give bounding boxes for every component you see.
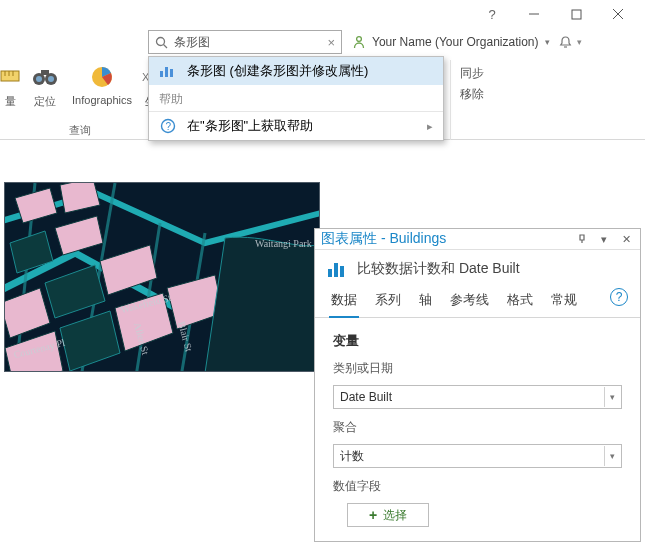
help-button[interactable]: ? [473, 2, 511, 26]
svg-rect-21 [170, 69, 173, 77]
panel-subtitle-text: 比较数据计数和 Date Built [357, 260, 520, 278]
svg-rect-37 [334, 263, 338, 277]
svg-point-14 [36, 76, 42, 82]
ribbon-locate-button[interactable]: 定位 [26, 60, 64, 109]
map-view[interactable]: Waitangi Park Wakefield St Courtenay Pl … [4, 182, 320, 372]
svg-rect-19 [160, 71, 163, 77]
tab-series[interactable]: 系列 [373, 286, 403, 317]
tab-axis[interactable]: 轴 [417, 286, 434, 317]
bar-chart-icon [327, 260, 349, 278]
user-menu[interactable]: Your Name (Your Organization) ▾ [352, 35, 550, 49]
svg-text:?: ? [166, 121, 172, 132]
panel-title: 图表属性 - Buildings [321, 230, 568, 248]
command-search-input[interactable]: 条形图 × [148, 30, 342, 54]
help-icon: ? [488, 7, 495, 22]
help-icon: ? [159, 118, 177, 134]
add-field-button[interactable]: + 选择 [347, 503, 429, 527]
panel-subtitle: 比较数据计数和 Date Built [315, 250, 640, 286]
tab-format[interactable]: 格式 [505, 286, 535, 317]
panel-help-button[interactable]: ? [610, 288, 628, 306]
window-titlebar: ? [0, 0, 645, 28]
pie-chart-icon [87, 62, 117, 92]
ribbon-label: 定位 [34, 94, 56, 109]
svg-point-6 [357, 37, 362, 42]
svg-point-15 [48, 76, 54, 82]
svg-rect-36 [328, 269, 332, 277]
tab-general[interactable]: 常规 [549, 286, 579, 317]
aggregate-value: 计数 [340, 448, 364, 465]
svg-rect-38 [340, 266, 344, 277]
bar-chart-icon [159, 63, 177, 79]
minimize-button[interactable] [515, 2, 553, 26]
ruler-icon [0, 62, 25, 92]
autohide-button[interactable] [574, 231, 590, 247]
search-row: 条形图 × Your Name (Your Organization) ▾ ▾ [0, 28, 645, 56]
category-field[interactable]: Date Built ▾ [333, 385, 622, 409]
remove-button[interactable]: 移除 [456, 85, 488, 104]
category-value: Date Built [340, 390, 392, 404]
panel-titlebar: 图表属性 - Buildings ▾ ✕ [315, 229, 640, 250]
tab-reflines[interactable]: 参考线 [448, 286, 491, 317]
chevron-down-icon: ▾ [604, 446, 620, 466]
ribbon-infographics-button[interactable]: Infographics [70, 60, 134, 106]
close-panel-button[interactable]: ✕ [618, 231, 634, 247]
search-icon [155, 36, 168, 49]
aggregate-label: 聚合 [333, 419, 622, 436]
maximize-button[interactable] [557, 2, 595, 26]
dock-button[interactable]: ▾ [596, 231, 612, 247]
aggregate-field[interactable]: 计数 ▾ [333, 444, 622, 468]
ribbon-measure-button[interactable]: 量 [0, 60, 20, 109]
panel-tabs: 数据 系列 轴 参考线 格式 常规 ? [315, 286, 640, 318]
svg-line-5 [164, 44, 168, 48]
svg-rect-20 [165, 67, 168, 77]
dropdown-item-label: 条形图 (创建条形图并修改属性) [187, 62, 368, 80]
dropdown-item-barchart[interactable]: 条形图 (创建条形图并修改属性) [149, 57, 443, 85]
dropdown-header-help: 帮助 [149, 85, 443, 111]
user-label: Your Name (Your Organization) [372, 35, 539, 49]
svg-rect-1 [572, 10, 581, 19]
chevron-down-icon: ▾ [604, 387, 620, 407]
section-variable: 变量 [333, 332, 622, 350]
category-label: 类别或日期 [333, 360, 622, 377]
user-icon [352, 35, 366, 49]
chevron-right-icon: ▸ [427, 120, 433, 133]
caret-down-icon: ▾ [545, 37, 550, 47]
notification-icon[interactable] [558, 35, 573, 50]
sync-button[interactable]: 同步 [456, 64, 488, 83]
tab-data[interactable]: 数据 [329, 286, 359, 318]
plus-icon: + [369, 507, 377, 523]
chart-properties-panel: 图表属性 - Buildings ▾ ✕ 比较数据计数和 Date Built … [314, 228, 641, 542]
ribbon-label: Infographics [72, 94, 132, 106]
caret-down-icon: ▾ [577, 37, 582, 47]
svg-point-4 [157, 37, 165, 45]
map-park-label: Waitangi Park [255, 238, 312, 249]
dropdown-item-help[interactable]: ? 在"条形图"上获取帮助 ▸ [149, 111, 443, 140]
clear-search-button[interactable]: × [327, 35, 335, 50]
search-text: 条形图 [174, 34, 321, 51]
add-label: 选择 [383, 507, 407, 524]
binoculars-icon [30, 62, 60, 92]
search-dropdown: 条形图 (创建条形图并修改属性) 帮助 ? 在"条形图"上获取帮助 ▸ [148, 56, 444, 141]
panel-body: 变量 类别或日期 Date Built ▾ 聚合 计数 ▾ 数值字段 + 选择 [315, 318, 640, 541]
svg-rect-8 [1, 71, 19, 81]
svg-rect-16 [41, 70, 49, 75]
close-button[interactable] [599, 2, 637, 26]
numeric-label: 数值字段 [333, 478, 622, 495]
dropdown-item-label: 在"条形图"上获取帮助 [187, 117, 313, 135]
ribbon-label: 量 [5, 94, 16, 109]
ribbon-group-label: 查询 [69, 121, 91, 140]
